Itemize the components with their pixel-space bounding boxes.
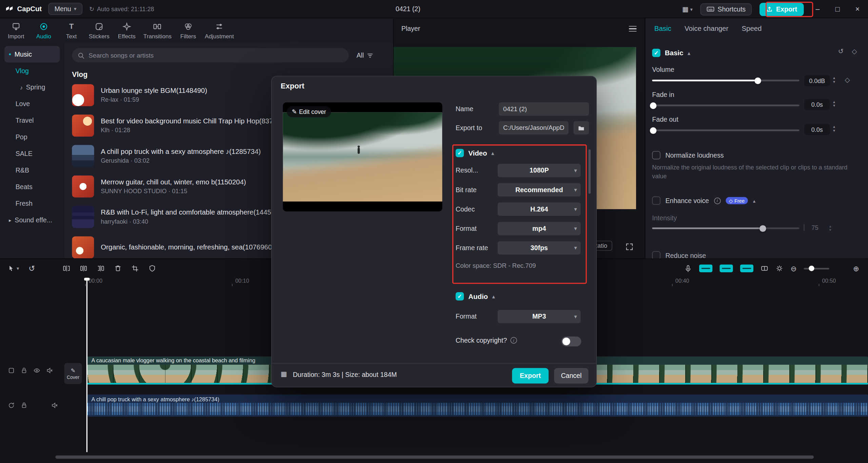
layout-button[interactable]: ▦ ▾ [682, 5, 693, 13]
record-voiceover-icon[interactable] [684, 264, 692, 273]
tab-filters[interactable]: Filters [174, 22, 202, 39]
mute-speaker-icon[interactable] [46, 367, 53, 374]
audio-section-header[interactable]: ✓ Audio ▴ [456, 292, 495, 300]
checkbox-video[interactable]: ✓ [456, 149, 464, 157]
tab-adjustment[interactable]: Adjustment [202, 22, 237, 39]
volume-slider[interactable] [652, 80, 799, 81]
crop-icon[interactable] [131, 264, 139, 272]
browse-folder-button[interactable] [573, 121, 589, 135]
search-input[interactable] [88, 52, 343, 59]
select-tool-button[interactable]: ▾ [8, 264, 19, 272]
normalize-loudness-row[interactable]: Normalize loudness [652, 151, 724, 159]
intensity-slider[interactable] [652, 227, 799, 229]
audio-format-select[interactable]: MP3▾ [498, 310, 581, 323]
track-option-icon[interactable] [740, 264, 753, 272]
intensity-stepper[interactable]: ▴▾ [829, 224, 831, 232]
tab-effects[interactable]: Effects [113, 22, 141, 39]
checkbox-enhance-voice[interactable] [652, 197, 660, 205]
sidebar-item-pop[interactable]: Pop [4, 129, 60, 145]
sidebar-item-fresh[interactable]: Fresh [4, 195, 60, 212]
lock-icon[interactable] [20, 402, 27, 409]
zoom-slider[interactable] [804, 267, 829, 269]
edit-cover-button[interactable]: ✎ Edit cover [287, 106, 331, 117]
filter-all-button[interactable]: All [356, 52, 374, 59]
fade-in-stepper[interactable]: ▴▾ [833, 100, 835, 107]
bitrate-select[interactable]: Recommended▾ [498, 183, 581, 196]
fade-out-slider[interactable] [652, 129, 799, 131]
zoom-out-icon[interactable]: ⊖ [791, 264, 797, 273]
tab-voice-changer[interactable]: Voice changer [685, 25, 728, 33]
export-to-input[interactable] [499, 121, 569, 135]
reduce-noise-row[interactable]: Reduce noise [652, 251, 706, 258]
checkbox-audio[interactable]: ✓ [456, 292, 464, 300]
sidebar-item-travel[interactable]: Travel [4, 112, 60, 129]
track-option-icon[interactable] [699, 264, 712, 272]
lock-icon[interactable] [20, 367, 27, 374]
basic-section-header[interactable]: ✓ Basic ▴ [652, 49, 690, 57]
tab-basic[interactable]: Basic [654, 25, 671, 33]
video-section-header[interactable]: ✓ Video ▴ [456, 149, 494, 157]
keyframe-diamond-icon[interactable]: ◇ [852, 47, 857, 55]
shortcuts-button[interactable]: Shortcuts [701, 3, 752, 15]
maximize-button[interactable]: □ [831, 5, 844, 13]
sidebar-item-sale[interactable]: SALE [4, 145, 60, 162]
eye-icon[interactable] [33, 367, 40, 374]
loop-icon[interactable] [8, 402, 15, 409]
enhance-voice-row[interactable]: Enhance voice i ◇ Free ▴ [652, 197, 755, 205]
timeline-scrollbar[interactable] [55, 456, 814, 459]
dialog-export-button[interactable]: Export [512, 368, 549, 384]
fade-out-stepper[interactable]: ▴▾ [833, 124, 835, 132]
dialog-scrollbar[interactable] [589, 149, 591, 194]
delete-icon[interactable] [114, 264, 122, 272]
menu-button[interactable]: Menu ▾ [48, 3, 83, 15]
track-option-icon[interactable] [720, 264, 733, 272]
format-select[interactable]: mp4▾ [498, 222, 581, 235]
cover-preview[interactable]: ✎ Edit cover [283, 102, 442, 212]
mask-icon[interactable] [149, 264, 156, 272]
intensity-value[interactable]: 75 [811, 224, 818, 231]
dialog-cancel-button[interactable]: Cancel [554, 368, 588, 384]
undo-icon[interactable]: ↺ [28, 264, 35, 273]
codec-select[interactable]: H.264▾ [498, 203, 581, 216]
audio-clip[interactable]: A chill pop truck with a sexy atmosphere… [87, 395, 868, 417]
export-button[interactable]: Export [760, 2, 804, 16]
tab-transitions[interactable]: Transitions [141, 22, 175, 39]
volume-stepper[interactable]: ▴▾ [833, 76, 835, 84]
tab-text[interactable]: T Text [58, 22, 85, 39]
tab-import[interactable]: Import [2, 22, 30, 39]
split-icon[interactable] [80, 264, 88, 272]
fade-in-value[interactable]: 0.0s [804, 99, 830, 110]
fade-in-slider[interactable] [652, 105, 799, 106]
sidebar-item-love[interactable]: Love [4, 96, 60, 112]
keyframe-diamond-icon[interactable]: ◇ [845, 76, 850, 84]
framerate-select[interactable]: 30fps▾ [498, 241, 581, 255]
settings-gear-icon[interactable] [776, 264, 784, 272]
name-input[interactable] [499, 102, 589, 116]
checkbox-basic[interactable]: ✓ [652, 49, 660, 57]
sidebar-item-spring[interactable]: ♪ Spring [4, 79, 60, 96]
copyright-toggle[interactable] [561, 337, 581, 346]
fullscreen-icon[interactable] [626, 243, 633, 251]
playhead[interactable] [86, 278, 87, 452]
search-bar[interactable] [72, 48, 349, 62]
player-menu-icon[interactable] [629, 26, 637, 32]
minimize-button[interactable]: – [811, 5, 824, 13]
mute-speaker-icon[interactable] [51, 402, 58, 409]
checkbox-normalize[interactable] [652, 151, 660, 159]
close-button[interactable]: × [851, 5, 864, 13]
volume-value[interactable]: 0.0dB [804, 75, 830, 86]
sidebar-item-rnb[interactable]: R&B [4, 162, 60, 179]
zoom-in-icon[interactable]: ⊕ [853, 264, 859, 273]
split-right-icon[interactable] [97, 264, 105, 272]
sidebar-item-sound-effects[interactable]: ▸ Sound effe... [4, 212, 60, 228]
fade-out-value[interactable]: 0.0s [804, 124, 830, 135]
tab-stickers[interactable]: Stickers [85, 22, 113, 39]
reset-icon[interactable]: ↺ [838, 47, 844, 55]
sidebar-item-beats[interactable]: Beats [4, 179, 60, 195]
auto-split-icon[interactable] [761, 264, 769, 272]
tab-speed[interactable]: Speed [742, 25, 762, 33]
sidebar-item-vlog[interactable]: Vlog [4, 62, 60, 79]
checkbox-reduce-noise[interactable] [652, 251, 660, 258]
cover-button[interactable]: ✎ Cover [64, 363, 82, 384]
resolution-select[interactable]: 1080P▾ [498, 164, 581, 177]
